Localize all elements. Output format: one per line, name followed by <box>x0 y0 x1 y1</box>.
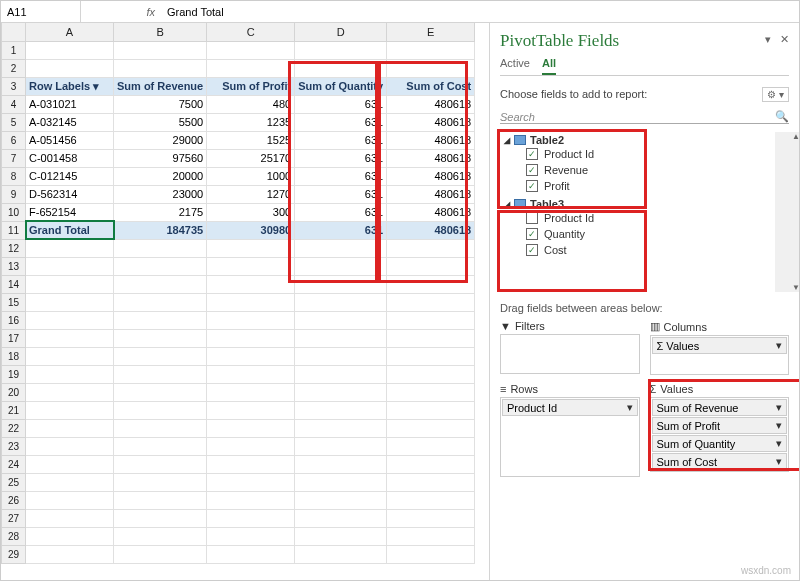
chevron-down-icon[interactable]: ▾ <box>776 437 782 450</box>
columns-dropzone[interactable]: Σ Values▾ <box>650 335 790 375</box>
row-header[interactable]: 26 <box>2 491 26 509</box>
close-icon[interactable]: ✕ <box>780 33 789 46</box>
table-cell[interactable]: 30980 <box>207 221 295 239</box>
col-header-e[interactable]: E <box>387 23 475 41</box>
row-header[interactable]: 6 <box>2 131 26 149</box>
table-cell[interactable]: A-051456 <box>26 131 114 149</box>
table-cell[interactable]: 2175 <box>114 203 207 221</box>
row-header[interactable]: 23 <box>2 437 26 455</box>
table-cell[interactable]: 1525 <box>207 131 295 149</box>
area-chip[interactable]: Sum of Profit▾ <box>652 417 788 434</box>
row-header[interactable]: 20 <box>2 383 26 401</box>
chevron-down-icon[interactable]: ▾ <box>776 401 782 414</box>
checkbox[interactable]: ✓ <box>526 164 538 176</box>
collapse-icon[interactable]: ◢ <box>504 136 510 145</box>
table-cell[interactable]: A-032145 <box>26 113 114 131</box>
area-chip[interactable]: Σ Values▾ <box>652 337 788 354</box>
table-cell[interactable]: 23000 <box>114 185 207 203</box>
table-cell[interactable]: F-652154 <box>26 203 114 221</box>
fieldlist-scrollbar[interactable]: ▲▼ <box>789 132 800 292</box>
row-header[interactable]: 3 <box>2 77 26 95</box>
row-header[interactable]: 4 <box>2 95 26 113</box>
filter-dropdown-icon[interactable]: ▾ <box>93 80 99 92</box>
table-cell[interactable]: C-001458 <box>26 149 114 167</box>
name-box[interactable]: A11 <box>1 1 81 22</box>
table-cell[interactable]: 480618 <box>387 185 475 203</box>
checkbox[interactable]: ✓ <box>526 228 538 240</box>
field-item[interactable]: ✓Profit <box>504 178 775 194</box>
chevron-down-icon[interactable]: ▾ <box>776 339 782 352</box>
table-cell[interactable]: 480618 <box>387 113 475 131</box>
row-header[interactable]: 17 <box>2 329 26 347</box>
collapse-icon[interactable]: ◢ <box>504 200 510 209</box>
table-cell[interactable]: 5500 <box>114 113 207 131</box>
table-cell[interactable]: 25170 <box>207 149 295 167</box>
table-cell[interactable]: 631 <box>295 149 387 167</box>
table-cell[interactable]: 631 <box>295 221 387 239</box>
row-header[interactable]: 15 <box>2 293 26 311</box>
table-cell[interactable]: 1235 <box>207 113 295 131</box>
row-header[interactable]: 18 <box>2 347 26 365</box>
table-cell[interactable]: D-562314 <box>26 185 114 203</box>
spreadsheet-grid[interactable]: A B C D E 1 2 3 Row Labels ▾ Sum of Reve… <box>1 23 489 580</box>
chevron-down-icon[interactable]: ▾ <box>776 455 782 468</box>
table-cell[interactable]: 631 <box>295 185 387 203</box>
table-cell[interactable]: 1000 <box>207 167 295 185</box>
col-header-a[interactable]: A <box>26 23 114 41</box>
table-cell[interactable]: 631 <box>295 131 387 149</box>
row-header[interactable]: 21 <box>2 401 26 419</box>
table-node[interactable]: ◢Table3 <box>504 198 775 210</box>
table-cell[interactable]: 480618 <box>387 221 475 239</box>
row-header[interactable]: 7 <box>2 149 26 167</box>
tab-active[interactable]: Active <box>500 55 530 75</box>
table-cell[interactable]: A-031021 <box>26 95 114 113</box>
tab-all[interactable]: All <box>542 55 556 75</box>
table-cell[interactable]: 300 <box>207 203 295 221</box>
table-cell[interactable]: 97560 <box>114 149 207 167</box>
row-header[interactable]: 16 <box>2 311 26 329</box>
table-cell[interactable]: 29000 <box>114 131 207 149</box>
row-header[interactable]: 14 <box>2 275 26 293</box>
area-chip[interactable]: Product Id▾ <box>502 399 638 416</box>
checkbox[interactable]: ✓ <box>526 180 538 192</box>
table-cell[interactable]: 631 <box>295 95 387 113</box>
rows-dropzone[interactable]: Product Id▾ <box>500 397 640 477</box>
pivot-header-rowlabels[interactable]: Row Labels ▾ <box>26 77 114 95</box>
row-header[interactable]: 5 <box>2 113 26 131</box>
gear-icon[interactable]: ⚙ ▾ <box>762 87 789 102</box>
col-header-b[interactable]: B <box>114 23 207 41</box>
row-header[interactable]: 25 <box>2 473 26 491</box>
row-header[interactable]: 13 <box>2 257 26 275</box>
field-search[interactable]: Search 🔍 <box>500 110 789 124</box>
field-item[interactable]: ✓Revenue <box>504 162 775 178</box>
chevron-down-icon[interactable]: ▾ <box>627 401 633 414</box>
row-header[interactable]: 10 <box>2 203 26 221</box>
col-header-d[interactable]: D <box>295 23 387 41</box>
table-cell[interactable]: 631 <box>295 167 387 185</box>
table-cell[interactable]: C-012145 <box>26 167 114 185</box>
checkbox[interactable]: ✓ <box>526 148 538 160</box>
table-cell[interactable]: 7500 <box>114 95 207 113</box>
checkbox[interactable] <box>526 212 538 224</box>
table-cell[interactable]: 480618 <box>387 203 475 221</box>
row-header[interactable]: 22 <box>2 419 26 437</box>
row-header[interactable]: 1 <box>2 41 26 59</box>
table-cell[interactable]: 480 <box>207 95 295 113</box>
filters-dropzone[interactable] <box>500 334 640 374</box>
formula-input[interactable]: Grand Total <box>161 6 799 18</box>
table-cell[interactable]: 1270 <box>207 185 295 203</box>
field-item[interactable]: ✓Cost <box>504 242 775 258</box>
grand-total-cell[interactable]: Grand Total <box>26 221 114 239</box>
checkbox[interactable]: ✓ <box>526 244 538 256</box>
col-header-c[interactable]: C <box>207 23 295 41</box>
select-all-corner[interactable] <box>2 23 26 41</box>
row-header[interactable]: 8 <box>2 167 26 185</box>
table-cell[interactable]: 631 <box>295 203 387 221</box>
fx-label[interactable]: fx <box>81 6 161 18</box>
table-cell[interactable]: 480618 <box>387 167 475 185</box>
area-chip[interactable]: Sum of Cost▾ <box>652 453 788 470</box>
area-chip[interactable]: Sum of Revenue▾ <box>652 399 788 416</box>
row-header[interactable]: 29 <box>2 545 26 563</box>
pane-dropdown-icon[interactable]: ▾ <box>765 33 771 46</box>
row-header[interactable]: 2 <box>2 59 26 77</box>
